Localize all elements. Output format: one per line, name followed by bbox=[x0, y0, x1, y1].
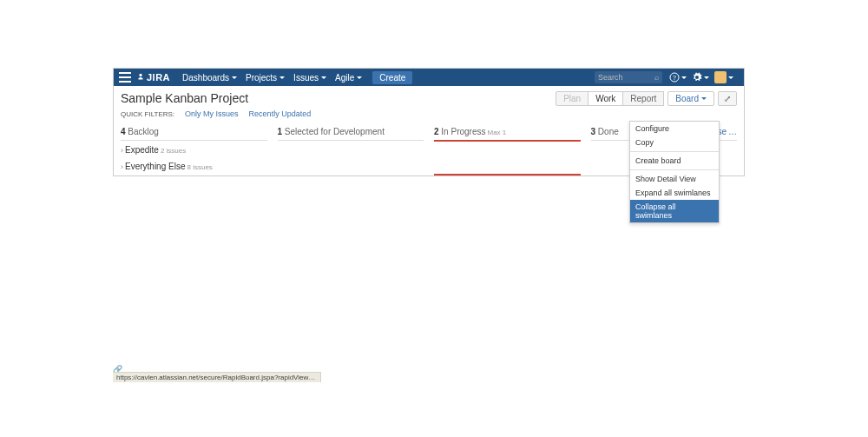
nav-items: Dashboards Projects Issues Agile Create bbox=[179, 71, 412, 84]
caret-down-icon bbox=[728, 76, 733, 79]
chevron-right-icon: › bbox=[121, 162, 123, 171]
jira-logo-text: JIRA bbox=[147, 72, 170, 83]
view-tabs: Plan Work Report Board ⤢ bbox=[556, 91, 737, 106]
app-window: JIRA Dashboards Projects Issues Agile Cr… bbox=[113, 68, 745, 176]
column-header: 2 In ProgressMax 1 bbox=[434, 127, 581, 142]
filter-recently-updated[interactable]: Recently Updated bbox=[249, 109, 312, 118]
filter-only-my-issues[interactable]: Only My Issues bbox=[185, 109, 239, 118]
jira-logo[interactable]: JIRA bbox=[136, 72, 170, 83]
menu-configure[interactable]: Configure bbox=[630, 122, 719, 136]
nav-agile[interactable]: Agile bbox=[332, 71, 365, 84]
nav-projects[interactable]: Projects bbox=[242, 71, 288, 84]
menu-icon[interactable] bbox=[119, 72, 131, 83]
caret-down-icon bbox=[321, 76, 326, 79]
menu-collapse-swimlanes[interactable]: Collapse all swimlanes bbox=[630, 200, 719, 222]
column-selected: 1 Selected for Development bbox=[278, 127, 424, 142]
menu-copy[interactable]: Copy bbox=[630, 136, 719, 149]
caret-down-icon bbox=[701, 97, 707, 100]
nav-dashboards[interactable]: Dashboards bbox=[179, 71, 240, 84]
menu-show-detail[interactable]: Show Detail View bbox=[630, 172, 719, 186]
avatar bbox=[714, 71, 727, 83]
tab-plan[interactable]: Plan bbox=[556, 91, 589, 106]
caret-down-icon bbox=[704, 76, 709, 79]
chevron-right-icon: › bbox=[121, 146, 123, 155]
caret-down-icon bbox=[279, 76, 285, 79]
fullscreen-button[interactable]: ⤢ bbox=[718, 91, 737, 106]
menu-separator bbox=[630, 169, 719, 170]
board-header: Sample Kanban Project Plan Work Report B… bbox=[114, 86, 744, 108]
jira-logo-icon bbox=[136, 73, 145, 82]
settings-icon[interactable] bbox=[692, 72, 709, 83]
tab-work[interactable]: Work bbox=[588, 91, 623, 106]
column-backlog: 4 Backlog bbox=[121, 127, 267, 142]
board-dropdown-button[interactable]: Board bbox=[667, 91, 714, 106]
menu-create-board[interactable]: Create board bbox=[630, 154, 719, 168]
column-in-progress: 2 In ProgressMax 1 bbox=[434, 127, 581, 142]
caret-down-icon bbox=[681, 76, 687, 79]
top-nav-bar: JIRA Dashboards Projects Issues Agile Cr… bbox=[114, 69, 744, 86]
quick-filters-label: QUICK FILTERS: bbox=[121, 110, 174, 118]
search-input[interactable] bbox=[598, 73, 647, 82]
search-box[interactable]: ⌕ bbox=[595, 71, 662, 83]
help-icon[interactable]: ? bbox=[669, 72, 687, 83]
tab-report[interactable]: Report bbox=[622, 91, 664, 106]
board-dropdown-menu: Configure Copy Create board Show Detail … bbox=[629, 121, 720, 223]
column-header: 1 Selected for Development bbox=[278, 127, 424, 141]
search-icon: ⌕ bbox=[654, 73, 659, 82]
create-button[interactable]: Create bbox=[372, 71, 412, 84]
user-menu[interactable] bbox=[714, 71, 733, 83]
caret-down-icon bbox=[232, 76, 237, 79]
column-header: 4 Backlog bbox=[121, 127, 267, 141]
menu-expand-swimlanes[interactable]: Expand all swimlanes bbox=[630, 186, 719, 200]
svg-text:?: ? bbox=[673, 75, 676, 81]
menu-separator bbox=[630, 151, 719, 152]
browser-status-bar: https://cavlen.atlassian.net/secure/Rapi… bbox=[113, 372, 321, 382]
caret-down-icon bbox=[357, 76, 362, 79]
project-title: Sample Kanban Project bbox=[121, 91, 248, 105]
nav-issues[interactable]: Issues bbox=[290, 71, 330, 84]
